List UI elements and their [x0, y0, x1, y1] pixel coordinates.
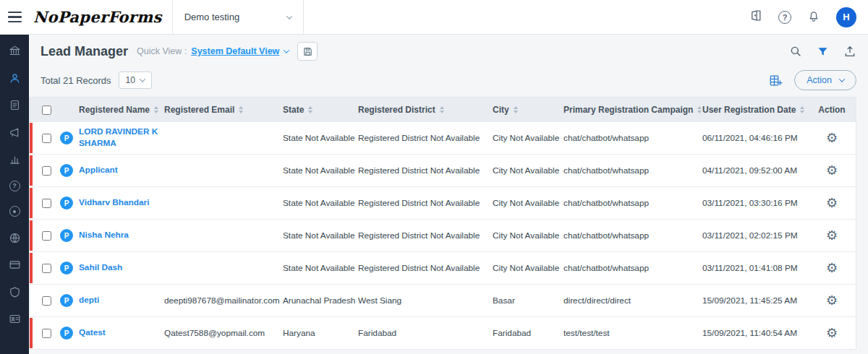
col-state: State: [283, 105, 304, 115]
row-flag: [30, 155, 34, 186]
cell-registered-district: Registered District Not Available: [358, 198, 493, 208]
lead-source-badge: P: [60, 294, 73, 307]
lead-name-link[interactable]: Nisha Nehra: [79, 230, 129, 241]
hamburger-menu-icon[interactable]: [0, 12, 29, 22]
main-content: Lead Manager Quick View : System Default…: [29, 35, 868, 354]
cell-state: State Not Available: [283, 198, 358, 208]
cell-registered-email: Qatest7588@yopmail.com: [164, 328, 283, 338]
table-row: P LORD RAVINDER K SHARMA State Not Avail…: [30, 122, 856, 155]
manage-columns-icon[interactable]: [769, 74, 783, 87]
sidebar-item-contacts-icon[interactable]: [9, 313, 21, 325]
lead-name-link[interactable]: Vidharv Bhandari: [79, 197, 149, 209]
lead-name-link[interactable]: Sahil Dash: [79, 262, 122, 274]
workspace-label: Demo testing: [184, 12, 240, 22]
sort-icon[interactable]: [514, 106, 518, 113]
col-registered-email: Registered Email: [164, 105, 234, 115]
lead-name-link[interactable]: LORD RAVINDER K SHARMA: [79, 126, 158, 150]
cell-city: City Not Available: [493, 133, 563, 143]
filter-icon[interactable]: [817, 46, 829, 58]
row-checkbox[interactable]: [42, 264, 51, 273]
gear-icon[interactable]: ⚙: [826, 262, 838, 275]
cell-state: Haryana: [283, 328, 358, 338]
sidebar-item-reports-icon[interactable]: [9, 153, 21, 165]
lead-name-link[interactable]: Qatest: [79, 327, 106, 339]
lead-source-badge: P: [60, 197, 73, 210]
quick-view-label: Quick View :: [137, 46, 187, 56]
notifications-bell-icon[interactable]: [807, 9, 820, 25]
page-size-select[interactable]: 10: [119, 72, 152, 89]
action-button[interactable]: Action: [794, 70, 856, 90]
cell-registered-email: deepti987678@mailinator.com: [164, 295, 283, 306]
cell-user-registration-date: 03/11/2021, 01:41:08 PM: [702, 263, 811, 273]
lead-name-link[interactable]: Applicant: [79, 165, 118, 176]
topbar: NoPaperForms Demo testing H: [0, 0, 868, 35]
sidebar-item-leads-icon[interactable]: [9, 72, 21, 85]
sidebar-item-web-globe-icon[interactable]: [9, 232, 21, 244]
sidebar-item-institution-icon[interactable]: [9, 45, 21, 57]
lead-name-link[interactable]: depti: [79, 295, 99, 306]
gear-icon[interactable]: ⚙: [826, 327, 838, 340]
sort-icon[interactable]: [800, 106, 804, 113]
total-records-label: Total 21 Records: [41, 75, 111, 86]
gear-icon[interactable]: ⚙: [826, 197, 838, 210]
table-row: P depti deepti987678@mailinator.com Arun…: [30, 285, 856, 317]
sidebar-item-security-shield-icon[interactable]: [9, 286, 21, 298]
cell-primary-registration-campaign: chat/chatbot/whatsapp: [563, 133, 702, 143]
page-header: Lead Manager Quick View : System Default…: [29, 35, 868, 68]
save-view-button[interactable]: [297, 42, 318, 61]
table-row: P Vidharv Bhandari State Not Available R…: [30, 187, 856, 220]
gear-icon[interactable]: ⚙: [826, 294, 838, 307]
row-checkbox[interactable]: [42, 134, 51, 143]
table-row: P Applicant State Not Available Register…: [30, 155, 856, 187]
cell-state: State Not Available: [283, 230, 358, 241]
col-registered-district: Registered District: [358, 105, 435, 115]
cell-city: City Not Available: [493, 263, 563, 273]
table-row: P Qatest Qatest7588@yopmail.com Haryana …: [30, 317, 856, 350]
cell-primary-registration-campaign: direct/direct/direct: [563, 295, 702, 306]
sidebar-item-campaigns-icon[interactable]: [9, 126, 21, 139]
export-upload-icon[interactable]: [843, 45, 856, 58]
help-icon[interactable]: [778, 11, 791, 24]
page-size-value: 10: [126, 75, 135, 85]
cell-state: Arunachal Pradesh: [283, 295, 358, 306]
search-icon[interactable]: [789, 45, 802, 58]
gear-icon[interactable]: ⚙: [826, 229, 838, 242]
col-user-registration-date: User Registration Date: [702, 105, 796, 115]
chevron-down-icon: [140, 76, 145, 82]
chevron-down-icon: [286, 13, 292, 19]
gear-icon[interactable]: ⚙: [826, 131, 838, 144]
gear-icon[interactable]: ⚙: [826, 164, 838, 177]
sidebar-item-support-icon[interactable]: [9, 206, 20, 217]
cell-city: Basar: [493, 295, 563, 306]
divider: [303, 0, 304, 35]
select-all-checkbox[interactable]: [42, 105, 51, 115]
cell-registered-district: Registered District Not Available: [358, 263, 493, 273]
lead-source-badge: P: [60, 229, 73, 242]
cell-state: State Not Available: [283, 263, 358, 273]
sidebar-item-payments-icon[interactable]: [9, 259, 21, 271]
sidebar-item-forms-icon[interactable]: [9, 99, 21, 111]
sort-icon[interactable]: [154, 106, 158, 113]
cell-primary-registration-campaign: chat/chatbot/whatsapp: [563, 198, 702, 208]
table-row: P Nisha Nehra State Not Available Regist…: [30, 220, 856, 252]
workspace-selector[interactable]: Demo testing: [173, 12, 303, 22]
cell-registered-district: Registered District Not Available: [358, 133, 493, 143]
row-checkbox[interactable]: [42, 199, 51, 208]
exit-door-icon[interactable]: [749, 9, 762, 25]
table-row: P Sahil Dash State Not Available Registe…: [30, 252, 856, 285]
row-flag: [30, 285, 34, 316]
row-checkbox[interactable]: [42, 329, 51, 338]
cell-user-registration-date: 03/11/2021, 03:30:16 PM: [702, 198, 811, 208]
row-checkbox[interactable]: [42, 296, 51, 306]
col-action: Action: [818, 105, 845, 115]
row-checkbox[interactable]: [42, 166, 51, 176]
sort-icon[interactable]: [239, 106, 243, 113]
sort-icon[interactable]: [697, 106, 702, 113]
table-header-row: Registered Name Registered Email State R…: [30, 98, 856, 122]
quick-view-selector[interactable]: System Default View: [191, 46, 289, 56]
row-checkbox[interactable]: [42, 231, 51, 241]
sort-icon[interactable]: [308, 106, 312, 113]
sort-icon[interactable]: [440, 106, 444, 113]
user-avatar[interactable]: H: [836, 7, 856, 27]
sidebar-item-help-icon[interactable]: [9, 181, 20, 191]
